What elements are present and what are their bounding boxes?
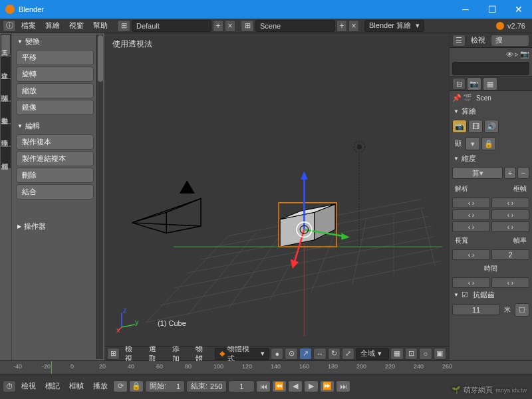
editor-type-3dview-icon[interactable]: ⊞: [107, 348, 120, 360]
editor-props-icon[interactable]: ⊟: [452, 78, 466, 90]
time-end-field[interactable]: ‹ ›: [491, 277, 529, 288]
menu-render[interactable]: 算繪: [41, 19, 64, 32]
display-mode-dropdown[interactable]: ▾: [466, 137, 480, 150]
transform-panel-header[interactable]: 變換: [13, 35, 96, 49]
frame-start-field[interactable]: ‹ ›: [491, 198, 529, 208]
outliner-tree[interactable]: [452, 62, 529, 75]
scene-remove-button[interactable]: ×: [348, 20, 359, 32]
pin-icon[interactable]: 📌: [452, 94, 462, 102]
rotate-button[interactable]: 旋轉: [16, 66, 94, 82]
manipulator-scale-icon[interactable]: ⤢: [342, 348, 354, 360]
auto-keyframe-icon[interactable]: 🔒: [129, 380, 144, 392]
preset-add-button[interactable]: +: [504, 167, 516, 179]
context-render-icon[interactable]: 📷: [467, 77, 481, 90]
operator-panel-header[interactable]: 操作器: [13, 219, 96, 233]
render-anim-button[interactable]: 🎞: [468, 120, 483, 133]
tl-menu-playback[interactable]: 播放: [89, 380, 112, 392]
outliner-view-menu[interactable]: 檢視: [467, 34, 489, 47]
tab-grease[interactable]: 格潤: [1, 147, 11, 168]
mode-dropdown[interactable]: ◆ 物體模式▾: [215, 348, 269, 360]
duplicate-button[interactable]: 製作複本: [16, 134, 94, 150]
tab-create[interactable]: 建立: [1, 57, 11, 78]
engine-dropdown[interactable]: Blender 算繪▾: [364, 20, 424, 32]
tab-physics[interactable]: 物理: [1, 124, 11, 146]
tl-menu-view[interactable]: 檢視: [17, 380, 40, 392]
scale-button[interactable]: 縮放: [16, 83, 94, 98]
keyframe-prev-button[interactable]: ⏪: [272, 380, 287, 392]
manipulator-toggle-icon[interactable]: ↗: [299, 348, 312, 360]
frame-end-field[interactable]: ‹ ›: [491, 209, 529, 220]
menu-file[interactable]: 檔案: [17, 19, 40, 32]
play-button[interactable]: ▶: [304, 380, 319, 392]
proportional-icon[interactable]: ○: [419, 348, 432, 360]
render-audio-button[interactable]: 🔊: [484, 120, 499, 133]
frame-start-input[interactable]: 開始:1: [145, 380, 185, 392]
mirror-button[interactable]: 鏡像: [16, 100, 94, 115]
playback-sync-icon[interactable]: ⟳: [113, 380, 128, 392]
tl-menu-frame[interactable]: 框幀: [65, 380, 88, 392]
scene-browse-icon[interactable]: ⊞: [241, 20, 254, 32]
jump-start-button[interactable]: ⏮: [256, 380, 271, 392]
timeline-ruler[interactable]: -40-200204060801001201401601802002202402…: [0, 361, 532, 374]
preset-remove-button[interactable]: −: [517, 167, 529, 179]
tool-scrollbar[interactable]: [96, 35, 103, 359]
manipulator-translate-icon[interactable]: ↔: [313, 348, 326, 360]
fps-field[interactable]: 2: [491, 249, 529, 260]
3d-viewport[interactable]: 使用透視法: [104, 33, 449, 346]
jump-end-button[interactable]: ⏭: [336, 380, 350, 392]
minimize-button[interactable]: ─: [452, 0, 479, 19]
editor-outliner-icon[interactable]: ☰: [452, 35, 466, 47]
aspect-x-field[interactable]: ‹ ›: [452, 249, 490, 260]
manipulator-rotate-icon[interactable]: ↻: [328, 348, 340, 360]
res-x-field[interactable]: ‹ ›: [452, 198, 490, 208]
join-button[interactable]: 結合: [16, 184, 94, 200]
preset-dropdown[interactable]: 算▾: [452, 167, 503, 179]
res-y-field[interactable]: ‹ ›: [452, 209, 490, 220]
time-start-field[interactable]: ‹ ›: [452, 277, 490, 288]
render-preview-icon[interactable]: ▣: [434, 348, 446, 360]
render-section-header[interactable]: 算繪: [450, 105, 532, 118]
layout-remove-button[interactable]: ×: [225, 20, 235, 32]
frame-current-input[interactable]: 1: [228, 380, 255, 392]
menu-help[interactable]: 幫助: [89, 19, 112, 32]
frame-end-input[interactable]: 結束:250: [186, 380, 227, 392]
tl-menu-marker[interactable]: 標記: [41, 380, 64, 392]
keyframe-next-button[interactable]: ⏩: [320, 380, 334, 392]
editor-type-icon[interactable]: ⓘ: [3, 20, 16, 32]
aa-toggle[interactable]: ☐: [515, 303, 529, 317]
edit-panel-header[interactable]: 編輯: [13, 119, 96, 133]
translate-button[interactable]: 平移: [16, 50, 94, 65]
scene-dropdown[interactable]: Scene: [255, 20, 335, 32]
res-pct-field[interactable]: ‹ ›: [452, 221, 490, 232]
layers-icon[interactable]: ▦: [390, 348, 403, 360]
orientation-dropdown[interactable]: 全域▾: [356, 348, 389, 360]
layout-browse-icon[interactable]: ⊞: [117, 20, 130, 32]
outliner-search[interactable]: 搜: [491, 35, 529, 47]
duplicate-linked-button[interactable]: 製作連結複本: [16, 151, 94, 166]
layout-add-button[interactable]: +: [213, 20, 223, 32]
eye-icon[interactable]: 👁: [506, 51, 513, 59]
context-layers-icon[interactable]: ▦: [483, 77, 497, 90]
camera-icon[interactable]: 📷: [520, 50, 529, 59]
pivot-icon[interactable]: ⊙: [285, 348, 297, 360]
render-image-button[interactable]: 📷: [452, 120, 467, 133]
aa-section-header[interactable]: ☑抗鋸齒: [450, 289, 532, 301]
tab-relations[interactable]: 關係: [1, 79, 11, 100]
play-reverse-button[interactable]: ◀: [288, 380, 303, 392]
shading-solid-icon[interactable]: ●: [271, 348, 283, 360]
layout-dropdown[interactable]: Default: [132, 20, 211, 32]
frame-step-field[interactable]: ‹ ›: [491, 221, 529, 232]
editor-timeline-icon[interactable]: ⏱: [3, 380, 16, 392]
delete-button[interactable]: 刪除: [16, 168, 94, 183]
close-button[interactable]: ✕: [505, 0, 532, 19]
lock-icon[interactable]: 🔒: [481, 137, 496, 150]
tab-animation[interactable]: 動畫: [1, 102, 11, 123]
scene-add-button[interactable]: +: [336, 20, 347, 32]
tab-tools[interactable]: 工具: [1, 34, 11, 55]
cursor-icon[interactable]: ▹: [515, 50, 519, 59]
aa-samples-field[interactable]: 11: [452, 305, 500, 315]
snap-icon[interactable]: ⊡: [405, 348, 418, 360]
menu-window[interactable]: 視窗: [65, 19, 88, 32]
dimensions-section-header[interactable]: 維度: [450, 152, 532, 165]
maximize-button[interactable]: ☐: [479, 0, 505, 19]
